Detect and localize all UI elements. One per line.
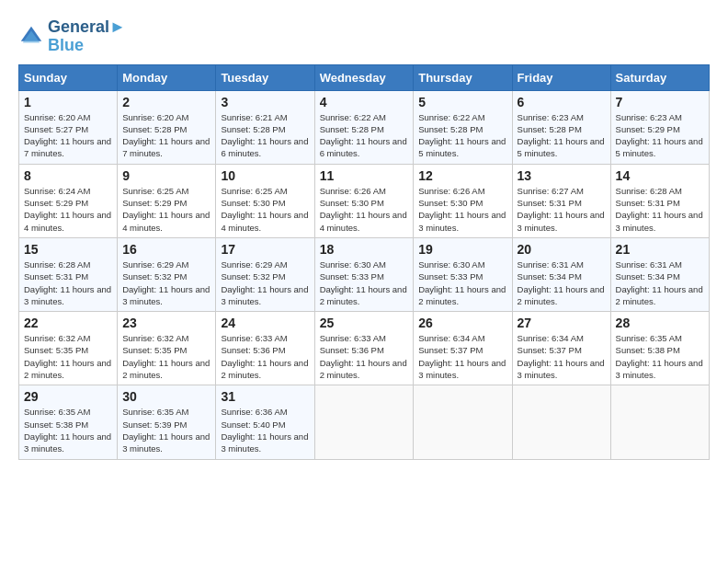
calendar-cell: 16 Sunrise: 6:29 AMSunset: 5:32 PMDaylig… <box>118 237 216 311</box>
calendar-table: Sunday Monday Tuesday Wednesday Thursday… <box>18 64 710 460</box>
day-number: 16 <box>122 242 210 257</box>
day-info: Sunrise: 6:23 AMSunset: 5:28 PMDaylight:… <box>518 112 605 159</box>
calendar-cell: 12 Sunrise: 6:26 AMSunset: 5:30 PMDaylig… <box>414 164 512 237</box>
day-number: 4 <box>320 95 409 109</box>
header-row: Sunday Monday Tuesday Wednesday Thursday… <box>19 64 710 90</box>
day-number: 22 <box>24 316 112 330</box>
calendar-cell: 25 Sunrise: 6:33 AMSunset: 5:36 PMDaylig… <box>314 312 414 385</box>
calendar-cell: 7 Sunrise: 6:23 AMSunset: 5:29 PMDayligh… <box>610 90 709 164</box>
day-number: 23 <box>122 316 210 330</box>
day-info: Sunrise: 6:36 AMSunset: 5:40 PMDaylight:… <box>221 407 308 454</box>
day-info: Sunrise: 6:32 AMSunset: 5:35 PMDaylight:… <box>24 333 111 380</box>
col-friday: Friday <box>512 64 610 90</box>
day-info: Sunrise: 6:24 AMSunset: 5:29 PMDaylight:… <box>24 186 111 233</box>
col-thursday: Thursday <box>414 64 512 90</box>
calendar-row: 22 Sunrise: 6:32 AMSunset: 5:35 PMDaylig… <box>19 312 710 385</box>
calendar-cell: 27 Sunrise: 6:34 AMSunset: 5:37 PMDaylig… <box>512 312 610 385</box>
calendar-cell: 3 Sunrise: 6:21 AMSunset: 5:28 PMDayligh… <box>216 90 314 164</box>
calendar-cell: 8 Sunrise: 6:24 AMSunset: 5:29 PMDayligh… <box>19 164 118 237</box>
day-number: 24 <box>221 316 309 330</box>
day-number: 30 <box>122 389 210 404</box>
day-number: 14 <box>616 168 704 183</box>
calendar-cell: 18 Sunrise: 6:30 AMSunset: 5:33 PMDaylig… <box>314 237 414 311</box>
calendar-cell: 10 Sunrise: 6:25 AMSunset: 5:30 PMDaylig… <box>216 164 314 237</box>
calendar-cell <box>314 385 414 459</box>
col-tuesday: Tuesday <box>216 64 314 90</box>
page-header: General► Blue <box>18 18 710 55</box>
day-number: 13 <box>518 168 606 183</box>
day-info: Sunrise: 6:26 AMSunset: 5:30 PMDaylight:… <box>418 186 506 233</box>
col-sunday: Sunday <box>19 64 118 90</box>
day-info: Sunrise: 6:21 AMSunset: 5:28 PMDaylight:… <box>221 112 308 159</box>
calendar-cell: 21 Sunrise: 6:31 AMSunset: 5:34 PMDaylig… <box>610 237 709 311</box>
day-number: 5 <box>418 95 506 109</box>
calendar-cell: 30 Sunrise: 6:35 AMSunset: 5:39 PMDaylig… <box>118 385 216 459</box>
day-number: 15 <box>24 242 112 257</box>
day-number: 6 <box>518 95 606 109</box>
day-number: 3 <box>221 95 309 109</box>
logo-text: General► Blue <box>48 18 126 55</box>
day-number: 21 <box>616 242 704 257</box>
day-number: 2 <box>122 95 210 109</box>
day-info: Sunrise: 6:30 AMSunset: 5:33 PMDaylight:… <box>320 259 407 306</box>
day-number: 12 <box>418 168 506 183</box>
calendar-cell: 14 Sunrise: 6:28 AMSunset: 5:31 PMDaylig… <box>610 164 709 237</box>
day-info: Sunrise: 6:29 AMSunset: 5:32 PMDaylight:… <box>221 259 308 306</box>
day-number: 26 <box>418 316 506 330</box>
day-number: 31 <box>221 389 309 404</box>
calendar-cell <box>610 385 709 459</box>
day-info: Sunrise: 6:27 AMSunset: 5:31 PMDaylight:… <box>518 186 605 233</box>
calendar-cell: 26 Sunrise: 6:34 AMSunset: 5:37 PMDaylig… <box>414 312 512 385</box>
day-info: Sunrise: 6:33 AMSunset: 5:36 PMDaylight:… <box>320 333 407 380</box>
day-number: 9 <box>122 168 210 183</box>
day-info: Sunrise: 6:35 AMSunset: 5:39 PMDaylight:… <box>122 407 210 454</box>
day-info: Sunrise: 6:29 AMSunset: 5:32 PMDaylight:… <box>122 259 210 306</box>
calendar-cell: 24 Sunrise: 6:33 AMSunset: 5:36 PMDaylig… <box>216 312 314 385</box>
calendar-cell: 11 Sunrise: 6:26 AMSunset: 5:30 PMDaylig… <box>314 164 414 237</box>
calendar-cell: 22 Sunrise: 6:32 AMSunset: 5:35 PMDaylig… <box>19 312 118 385</box>
day-number: 11 <box>320 168 409 183</box>
day-info: Sunrise: 6:34 AMSunset: 5:37 PMDaylight:… <box>418 333 506 380</box>
day-info: Sunrise: 6:31 AMSunset: 5:34 PMDaylight:… <box>518 259 605 306</box>
day-info: Sunrise: 6:22 AMSunset: 5:28 PMDaylight:… <box>320 112 407 159</box>
calendar-cell: 15 Sunrise: 6:28 AMSunset: 5:31 PMDaylig… <box>19 237 118 311</box>
day-number: 27 <box>518 316 606 330</box>
calendar-cell: 2 Sunrise: 6:20 AMSunset: 5:28 PMDayligh… <box>118 90 216 164</box>
calendar-cell <box>414 385 512 459</box>
day-info: Sunrise: 6:31 AMSunset: 5:34 PMDaylight:… <box>616 259 703 306</box>
day-info: Sunrise: 6:28 AMSunset: 5:31 PMDaylight:… <box>616 186 703 233</box>
day-number: 10 <box>221 168 309 183</box>
day-info: Sunrise: 6:25 AMSunset: 5:30 PMDaylight:… <box>221 186 308 233</box>
day-info: Sunrise: 6:20 AMSunset: 5:28 PMDaylight:… <box>122 112 210 159</box>
calendar-cell: 20 Sunrise: 6:31 AMSunset: 5:34 PMDaylig… <box>512 237 610 311</box>
day-info: Sunrise: 6:20 AMSunset: 5:27 PMDaylight:… <box>24 112 111 159</box>
day-number: 20 <box>518 242 606 257</box>
logo: General► Blue <box>18 18 126 55</box>
calendar-cell: 5 Sunrise: 6:22 AMSunset: 5:28 PMDayligh… <box>414 90 512 164</box>
calendar-cell: 23 Sunrise: 6:32 AMSunset: 5:35 PMDaylig… <box>118 312 216 385</box>
calendar-cell: 29 Sunrise: 6:35 AMSunset: 5:38 PMDaylig… <box>19 385 118 459</box>
day-info: Sunrise: 6:28 AMSunset: 5:31 PMDaylight:… <box>24 259 111 306</box>
day-number: 8 <box>24 168 112 183</box>
day-number: 7 <box>616 95 704 109</box>
col-saturday: Saturday <box>610 64 709 90</box>
logo-icon <box>18 24 44 50</box>
day-info: Sunrise: 6:35 AMSunset: 5:38 PMDaylight:… <box>616 333 703 380</box>
calendar-cell: 1 Sunrise: 6:20 AMSunset: 5:27 PMDayligh… <box>19 90 118 164</box>
calendar-row: 15 Sunrise: 6:28 AMSunset: 5:31 PMDaylig… <box>19 237 710 311</box>
calendar-cell: 4 Sunrise: 6:22 AMSunset: 5:28 PMDayligh… <box>314 90 414 164</box>
day-info: Sunrise: 6:35 AMSunset: 5:38 PMDaylight:… <box>24 407 111 454</box>
day-number: 18 <box>320 242 409 257</box>
calendar-cell: 19 Sunrise: 6:30 AMSunset: 5:33 PMDaylig… <box>414 237 512 311</box>
col-wednesday: Wednesday <box>314 64 414 90</box>
day-info: Sunrise: 6:23 AMSunset: 5:29 PMDaylight:… <box>616 112 703 159</box>
day-info: Sunrise: 6:22 AMSunset: 5:28 PMDaylight:… <box>418 112 506 159</box>
calendar-row: 29 Sunrise: 6:35 AMSunset: 5:38 PMDaylig… <box>19 385 710 459</box>
day-info: Sunrise: 6:32 AMSunset: 5:35 PMDaylight:… <box>122 333 210 380</box>
calendar-cell: 9 Sunrise: 6:25 AMSunset: 5:29 PMDayligh… <box>118 164 216 237</box>
calendar-cell: 17 Sunrise: 6:29 AMSunset: 5:32 PMDaylig… <box>216 237 314 311</box>
day-info: Sunrise: 6:26 AMSunset: 5:30 PMDaylight:… <box>320 186 407 233</box>
day-number: 19 <box>418 242 506 257</box>
day-number: 28 <box>616 316 704 330</box>
calendar-cell <box>512 385 610 459</box>
